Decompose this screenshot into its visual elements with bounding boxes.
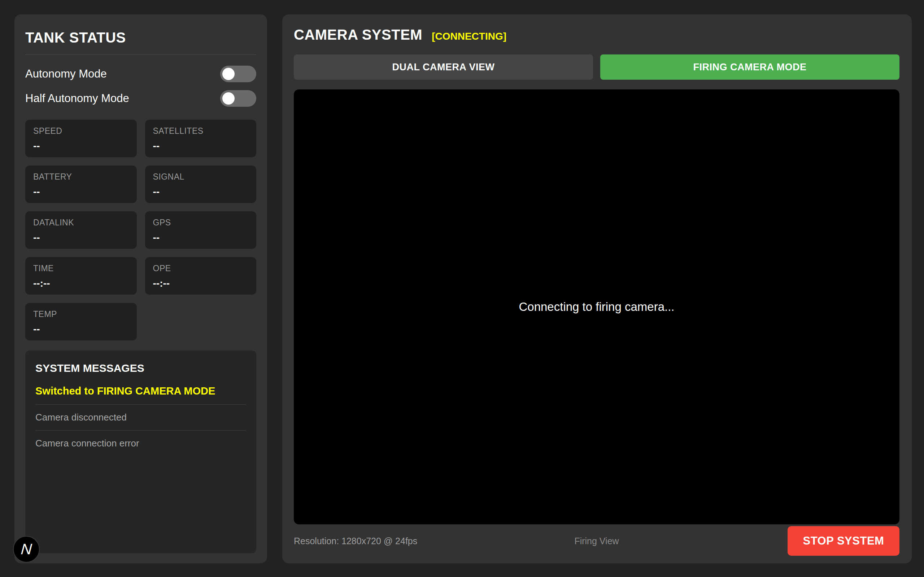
system-message: Switched to FIRING CAMERA MODE [36,378,246,405]
title-divider [25,55,256,55]
camera-viewport: Connecting to firing camera... [294,89,900,524]
dual-camera-view-button[interactable]: DUAL CAMERA VIEW [294,55,593,80]
stat-label: SATELLITES [153,126,249,136]
tank-status-panel: TANK STATUS Autonomy Mode Half Autonomy … [15,15,267,563]
stat-value: -- [33,140,129,152]
system-messages-card: SYSTEM MESSAGES Switched to FIRING CAMER… [25,351,256,553]
stat-value: -- [33,232,129,243]
stat-value: -- [153,140,249,152]
stat-label: SPEED [33,126,129,136]
stat-label: SIGNAL [153,172,249,182]
firing-camera-mode-button[interactable]: FIRING CAMERA MODE [600,55,900,80]
camera-system-panel: CAMERA SYSTEM [CONNECTING] DUAL CAMERA V… [282,15,912,563]
half-autonomy-mode-label: Half Autonomy Mode [25,92,129,105]
stat-label: TEMP [33,309,129,319]
stat-value: -- [153,232,249,243]
stat-value: --:-- [33,278,129,289]
viewport-connecting-message: Connecting to firing camera... [519,300,674,314]
system-messages-title: SYSTEM MESSAGES [36,362,246,374]
stat-card-time: TIME --:-- [25,257,137,295]
resolution-info: Resolution: 1280x720 @ 24fps [294,536,496,546]
stats-grid: SPEED -- SATELLITES -- BATTERY -- SIGNAL… [25,120,256,340]
stat-label: GPS [153,218,249,227]
autonomy-mode-row: Autonomy Mode [25,66,256,82]
stat-label: OPE [153,264,249,273]
n-logo-icon: N [20,541,32,558]
toggle-knob [222,92,234,105]
camera-mode-buttons: DUAL CAMERA VIEW FIRING CAMERA MODE [294,55,900,80]
stop-system-button[interactable]: STOP SYSTEM [788,526,900,556]
connecting-status-badge: [CONNECTING] [432,31,506,42]
stat-value: -- [33,324,129,335]
camera-footer: Resolution: 1280x720 @ 24fps Firing View… [294,524,900,556]
stat-label: TIME [33,264,129,273]
autonomy-mode-toggle[interactable] [220,66,256,82]
stat-label: BATTERY [33,172,129,182]
app-layout: TANK STATUS Autonomy Mode Half Autonomy … [0,0,924,577]
half-autonomy-mode-row: Half Autonomy Mode [25,90,256,107]
stat-card-battery: BATTERY -- [25,166,137,203]
stat-value: --:-- [153,278,249,289]
stat-card-signal: SIGNAL -- [145,166,257,203]
tank-status-title: TANK STATUS [25,29,256,46]
stat-card-satellites: SATELLITES -- [145,120,257,157]
stat-card-datalink: DATALINK -- [25,211,137,249]
stat-card-temp: TEMP -- [25,303,137,340]
half-autonomy-mode-toggle[interactable] [220,90,256,107]
camera-header: CAMERA SYSTEM [CONNECTING] [294,27,900,43]
view-label: Firing View [496,536,697,546]
dev-indicator-badge[interactable]: N [13,536,40,562]
stat-card-gps: GPS -- [145,211,257,249]
stat-label: DATALINK [33,218,129,227]
stat-value: -- [33,186,129,198]
camera-system-title: CAMERA SYSTEM [294,27,422,43]
stat-value: -- [153,186,249,198]
system-message: Camera disconnected [36,405,246,430]
stat-card-speed: SPEED -- [25,120,137,157]
toggle-knob [222,68,234,80]
stat-card-ope: OPE --:-- [145,257,257,295]
autonomy-mode-label: Autonomy Mode [25,68,107,81]
system-message: Camera connection error [36,430,246,456]
